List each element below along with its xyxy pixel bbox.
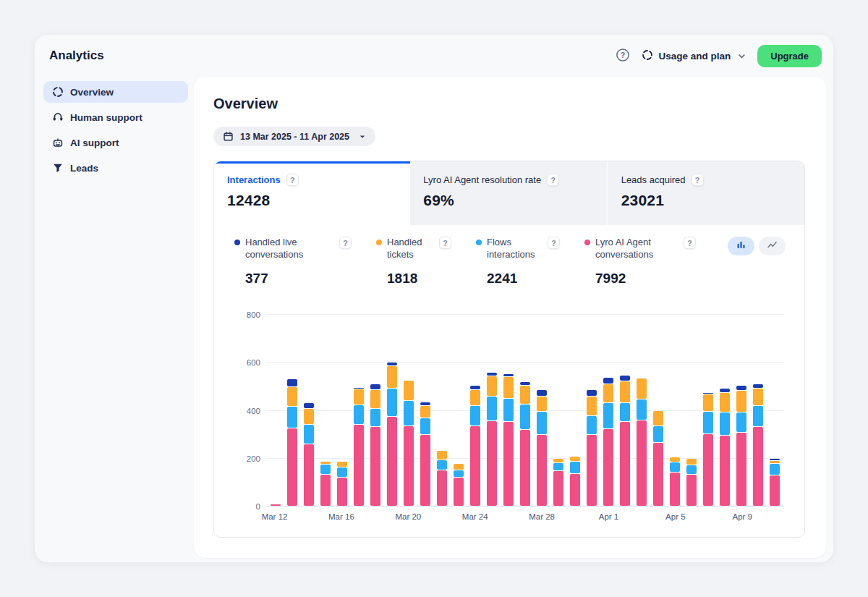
tab-leads-acquired[interactable]: Leads acquired?23021 xyxy=(607,161,804,225)
segment-handled-tickets xyxy=(287,387,297,406)
legend-item-handled-live-conversations: Handled live conversations?377 xyxy=(234,237,376,287)
bar-mar-19[interactable] xyxy=(387,363,397,506)
usage-and-plan-label: Usage and plan xyxy=(658,51,731,62)
segment-handled-tickets xyxy=(720,393,730,412)
segment-lyro-ai-agent-conversations xyxy=(587,435,597,506)
sidebar-item-human-support[interactable]: Human support xyxy=(43,106,188,128)
bar-mar-27[interactable] xyxy=(520,382,530,506)
bar-apr-7[interactable] xyxy=(703,393,713,507)
bar-apr-5[interactable] xyxy=(670,457,680,506)
segment-flows-interactions xyxy=(287,407,297,428)
segment-handled-tickets xyxy=(703,394,713,411)
segment-handled-live-conversations xyxy=(520,382,530,385)
segment-lyro-ai-agent-conversations xyxy=(620,422,630,506)
bar-mar-30[interactable] xyxy=(570,457,580,506)
y-axis-tick-label: 600 xyxy=(234,357,260,368)
segment-handled-live-conversations xyxy=(736,386,746,390)
bar-chart-toggle[interactable] xyxy=(728,237,754,255)
sidebar-item-leads[interactable]: Leads xyxy=(43,157,188,179)
segment-flows-interactions xyxy=(437,460,447,470)
segment-flows-interactions xyxy=(686,465,697,474)
segment-handled-live-conversations xyxy=(387,363,397,365)
tab-interactions[interactable]: Interactions?12428 xyxy=(214,161,410,225)
sidebar-item-label: Overview xyxy=(70,87,114,98)
tab-lyro-ai-agent-resolution-rate[interactable]: Lyro AI Agent resolution rate?69% xyxy=(410,161,606,225)
bar-mar-31[interactable] xyxy=(587,390,597,506)
segment-lyro-ai-agent-conversations xyxy=(320,475,331,506)
date-range-picker[interactable]: 13 Mar 2025 - 11 Apr 2025 xyxy=(213,127,375,146)
bar-mar-22[interactable] xyxy=(437,451,447,506)
tab-value: 12428 xyxy=(227,192,399,209)
sidebar-item-ai-support[interactable]: AI support xyxy=(43,132,188,153)
bar-mar-25[interactable] xyxy=(487,373,497,506)
help-badge[interactable]: ? xyxy=(547,174,559,186)
bar-apr-3[interactable] xyxy=(637,378,647,506)
bar-mar-20[interactable] xyxy=(404,381,414,506)
x-axis-tick-label: Mar 24 xyxy=(462,512,488,521)
segment-handled-tickets xyxy=(354,389,364,405)
segment-flows-interactions xyxy=(470,406,480,425)
bar-apr-10[interactable] xyxy=(753,384,763,506)
segment-lyro-ai-agent-conversations xyxy=(370,427,380,506)
bar-mar-29[interactable] xyxy=(553,459,563,506)
bar-mar-13[interactable] xyxy=(287,379,297,506)
segment-lyro-ai-agent-conversations xyxy=(753,427,763,506)
help-badge[interactable]: ? xyxy=(684,237,696,249)
help-badge[interactable]: ? xyxy=(286,174,299,186)
bar-mar-14[interactable] xyxy=(304,403,314,506)
bar-chart-icon xyxy=(736,240,746,253)
bar-apr-9[interactable] xyxy=(736,386,746,506)
segment-lyro-ai-agent-conversations xyxy=(736,433,746,506)
bar-mar-21[interactable] xyxy=(420,402,430,506)
usage-and-plan-menu[interactable]: Usage and plan xyxy=(642,49,746,63)
bar-apr-4[interactable] xyxy=(653,411,663,506)
help-button[interactable]: ? xyxy=(616,48,630,64)
segment-lyro-ai-agent-conversations xyxy=(720,436,730,506)
x-axis-tick-label: Mar 12 xyxy=(262,512,288,521)
help-badge[interactable]: ? xyxy=(339,237,352,249)
segment-handled-tickets xyxy=(437,451,447,460)
sidebar-item-overview[interactable]: Overview xyxy=(43,81,188,103)
tab-header: Leads acquired? xyxy=(621,174,793,186)
segment-lyro-ai-agent-conversations xyxy=(686,475,697,506)
segment-handled-live-conversations xyxy=(287,379,297,386)
segment-lyro-ai-agent-conversations xyxy=(553,471,563,506)
segment-lyro-ai-agent-conversations xyxy=(537,435,547,506)
segment-handled-tickets xyxy=(487,376,497,396)
bar-apr-2[interactable] xyxy=(620,376,630,506)
line-chart-toggle[interactable] xyxy=(759,237,786,255)
segment-lyro-ai-agent-conversations xyxy=(420,435,430,506)
bar-apr-8[interactable] xyxy=(720,389,730,506)
bar-mar-16[interactable] xyxy=(337,462,347,506)
segment-handled-live-conversations xyxy=(370,384,380,389)
segment-flows-interactions xyxy=(487,397,497,420)
bar-mar-24[interactable] xyxy=(470,386,480,506)
tab-label: Leads acquired xyxy=(621,174,686,185)
upgrade-button[interactable]: Upgrade xyxy=(757,45,822,67)
bar-mar-15[interactable] xyxy=(320,462,331,506)
x-axis-tick-label: Mar 16 xyxy=(328,512,354,521)
segment-handled-tickets xyxy=(587,397,597,415)
bar-mar-18[interactable] xyxy=(370,384,380,506)
bar-mar-28[interactable] xyxy=(537,390,547,506)
bar-mar-23[interactable] xyxy=(454,464,464,506)
help-badge[interactable]: ? xyxy=(548,237,560,249)
bar-mar-26[interactable] xyxy=(503,374,514,506)
help-badge[interactable]: ? xyxy=(692,174,704,186)
tab-label: Lyro AI Agent resolution rate xyxy=(423,174,541,185)
bar-apr-11[interactable] xyxy=(770,459,780,506)
bar-apr-6[interactable] xyxy=(686,459,697,506)
segment-flows-interactions xyxy=(720,412,730,435)
legend-label: Handled tickets xyxy=(387,237,432,261)
chart-type-toggles xyxy=(728,237,786,255)
chart-plot-area xyxy=(266,315,784,507)
segment-handled-tickets xyxy=(537,397,547,412)
help-badge[interactable]: ? xyxy=(439,237,451,249)
legend-item-header: Flows interactions? xyxy=(476,237,584,261)
bar-mar-17[interactable] xyxy=(354,388,364,506)
segment-flows-interactions xyxy=(653,426,663,442)
bar-apr-1[interactable] xyxy=(603,378,613,506)
segment-handled-live-conversations xyxy=(537,390,547,395)
main-panel: Overview 13 Mar 2025 - 11 Apr 2025 Inter… xyxy=(194,77,826,558)
bar-mar-12[interactable] xyxy=(271,504,281,506)
